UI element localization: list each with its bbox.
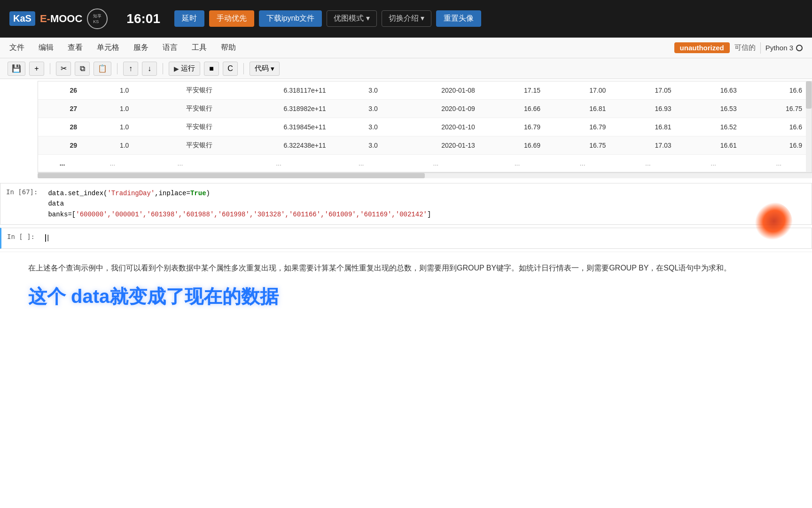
menu-service[interactable]: 服务 <box>133 41 148 55</box>
text-cell: 在上述各个查询示例中，我们可以看到个别表数据中某个属性多次重复出现，如果需要计算… <box>0 252 812 323</box>
cell-col3: 6.322438e+11 <box>222 136 335 155</box>
trusted-badge: 可信的 <box>734 43 756 52</box>
code-line-1: data.set_index('TradingDay',inplace=True… <box>48 188 807 198</box>
time-display: 16:01 <box>126 11 160 26</box>
cell-col6: 16.69 <box>484 136 550 155</box>
cell-col5: 2020-01-13 <box>387 136 484 155</box>
manual-btn[interactable]: 手动优先 <box>209 10 254 27</box>
dropdown-arrow-icon: ▾ <box>271 64 274 73</box>
cell-idx: 26 <box>38 81 86 100</box>
menu-right: unauthorized 可信的 Python 3 <box>674 42 803 54</box>
h-scroll-spacer <box>0 173 38 178</box>
cell-col1: 1.0 <box>86 100 138 118</box>
cell-col1: 1.0 <box>86 136 138 155</box>
cell-col2: 平安银行 <box>138 81 222 100</box>
menu-tools[interactable]: 工具 <box>192 41 207 55</box>
run-btn[interactable]: ▶ 运行 <box>169 62 200 76</box>
code-banks-vals: '600000','000001','601398','601988','601… <box>76 211 427 218</box>
code-banks: banks=[ <box>48 211 76 218</box>
cell-col2: 平安银行 <box>138 118 222 136</box>
code-bool: True <box>190 190 206 197</box>
stop-btn[interactable]: ■ <box>204 62 219 76</box>
data-table: 26 1.0 平安银行 6.318117e+11 3.0 2020-01-08 … <box>38 81 812 172</box>
sep4 <box>243 63 244 74</box>
notebook: 文件 编辑 查看 单元格 服务 语言 工具 帮助 unauthorized 可信… <box>0 38 812 508</box>
add-cell-btn[interactable]: + <box>29 62 44 76</box>
scrollbar-thumb <box>806 81 812 109</box>
cell-col5: 2020-01-10 <box>387 118 484 136</box>
ellipsis-row: ............... .................. <box>38 155 812 172</box>
text-paragraph: 在上述各个查询示例中，我们可以看到个别表数据中某个属性多次重复出现，如果需要计算… <box>28 262 784 275</box>
cell-col3: 6.319845e+11 <box>222 118 335 136</box>
cell-col9: 16.63 <box>681 81 746 100</box>
table-row: 29 1.0 平安银行 6.322438e+11 3.0 2020-01-13 … <box>38 136 812 155</box>
cell-col7: 16.81 <box>550 100 615 118</box>
paste-btn[interactable]: 📋 <box>94 62 111 76</box>
code-str-1: 'TradingDay' <box>107 190 155 197</box>
cell-col10: 16.6 <box>746 118 812 136</box>
menu-view[interactable]: 查看 <box>68 41 83 55</box>
view-mode-btn[interactable]: 优图模式 <box>327 10 376 27</box>
cell-col6: 16.66 <box>484 100 550 118</box>
cell-col1: 1.0 <box>86 81 138 100</box>
empty-cell-input[interactable]: | <box>40 228 812 248</box>
delay-btn[interactable]: 延时 <box>174 10 204 27</box>
code-type-dropdown[interactable]: 代码 ▾ <box>250 62 280 76</box>
cell-col1: 1.0 <box>86 118 138 136</box>
notebook-content: 26 1.0 平安银行 6.318117e+11 3.0 2020-01-08 … <box>0 79 812 508</box>
move-down-btn[interactable]: ↓ <box>142 62 157 76</box>
menu-help[interactable]: 帮助 <box>221 41 236 55</box>
switch-intro-btn[interactable]: 切换介绍 <box>382 10 431 27</box>
copy-btn[interactable]: ⧉ <box>75 62 90 76</box>
cell-col7: 17.00 <box>550 81 615 100</box>
vertical-scrollbar[interactable] <box>806 81 812 172</box>
save-btn[interactable]: 💾 <box>8 62 25 76</box>
run-label: 运行 <box>181 64 195 73</box>
cell-col2: 平安银行 <box>138 136 222 155</box>
sep1 <box>50 63 50 74</box>
cell-col8: 17.05 <box>615 81 680 100</box>
cell-col10: 16.6 <box>746 81 812 100</box>
cell-col5: 2020-01-09 <box>387 100 484 118</box>
menu-file[interactable]: 文件 <box>9 41 24 55</box>
cursor: | <box>45 234 50 242</box>
top-buttons: 延时 手动优先 下载ipynb文件 优图模式 切换介绍 重置头像 <box>174 10 481 27</box>
cell-col5: 2020-01-08 <box>387 81 484 100</box>
kas-logo: KaS <box>9 11 35 26</box>
horizontal-scrollbar[interactable] <box>38 173 812 178</box>
code-type-label: 代码 <box>255 64 269 73</box>
empty-code-cell[interactable]: In [ ]: | <box>0 228 812 248</box>
run-arrow-icon: ▶ <box>174 65 179 72</box>
code-fn: data.set_index( <box>48 190 107 197</box>
cell-67-content[interactable]: data.set_index('TradingDay',inplace=True… <box>43 183 812 224</box>
toolbar: 💾 + ✂ ⧉ 📋 ↑ ↓ ▶ 运行 ■ C 代码 ▾ <box>0 58 812 79</box>
table-row: 28 1.0 平安银行 6.319845e+11 3.0 2020-01-10 … <box>38 118 812 136</box>
h-scrollbar-thumb <box>38 173 425 178</box>
h-scroll-row <box>0 173 812 178</box>
code-line-3: banks=['600000','000001','601398','60198… <box>48 209 807 220</box>
restart-btn[interactable]: C <box>223 62 238 76</box>
emooc-logo: E-MOOC <box>40 13 82 25</box>
subtitle-text: 这个 data就变成了现在的数据 <box>28 279 784 313</box>
cell-col7: 16.75 <box>550 136 615 155</box>
reset-avatar-btn[interactable]: 重置头像 <box>436 10 481 27</box>
move-up-btn[interactable]: ↑ <box>123 62 138 76</box>
code-comma: ,inplace= <box>155 190 190 197</box>
menu-lang[interactable]: 语言 <box>163 41 178 55</box>
kernel-status-circle <box>796 45 803 51</box>
menu-cell[interactable]: 单元格 <box>97 41 119 55</box>
cut-btn[interactable]: ✂ <box>56 62 71 76</box>
cell-col7: 16.79 <box>550 118 615 136</box>
top-bar: KaS E-MOOC 知享KS 16:01 延时 手动优先 下载ipynb文件 … <box>0 0 812 38</box>
cell-col4: 3.0 <box>336 81 387 100</box>
cell-col6: 17.15 <box>484 81 550 100</box>
cell-col6: 16.79 <box>484 118 550 136</box>
table-wrapper: 26 1.0 平安银行 6.318117e+11 3.0 2020-01-08 … <box>38 81 812 173</box>
code-cell-67: In [67]: data.set_index('TradingDay',inp… <box>0 183 812 225</box>
download-btn[interactable]: 下载ipynb文件 <box>259 10 322 27</box>
cell-col4: 3.0 <box>336 136 387 155</box>
empty-cell-label: In [ ]: <box>1 228 40 248</box>
menu-edit[interactable]: 编辑 <box>39 41 54 55</box>
cell-col3: 6.318117e+11 <box>222 81 335 100</box>
cell-col2: 平安银行 <box>138 100 222 118</box>
